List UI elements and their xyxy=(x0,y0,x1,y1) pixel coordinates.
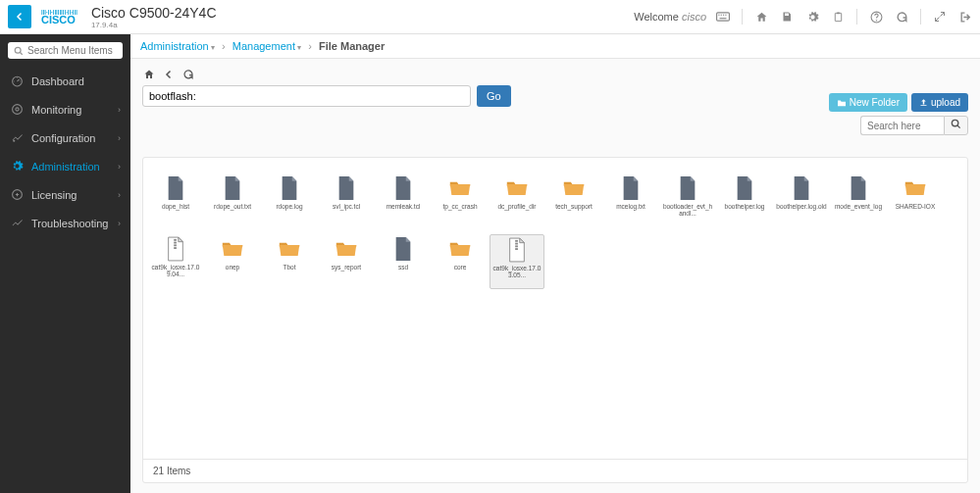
file-label: core xyxy=(454,264,467,271)
keyboard-icon[interactable] xyxy=(716,10,730,24)
sidebar-item-monitoring[interactable]: Monitoring› xyxy=(0,95,130,123)
file-manager: Go New Folder upload xyxy=(130,59,980,493)
svg-rect-23 xyxy=(515,245,518,247)
file-label: onep xyxy=(226,264,239,271)
folder-icon xyxy=(335,236,357,262)
document-icon xyxy=(791,175,812,201)
document-icon xyxy=(677,175,698,201)
file-item[interactable]: ssd xyxy=(376,234,431,289)
logout-icon[interactable] xyxy=(958,10,972,24)
folder-icon xyxy=(449,175,471,201)
folder-item[interactable]: core xyxy=(433,234,488,289)
sidebar-item-label: Administration xyxy=(31,161,100,173)
clipboard-icon[interactable] xyxy=(831,10,845,24)
folder-item[interactable]: dc_profile_dir xyxy=(490,173,544,228)
upload-button[interactable]: upload xyxy=(911,93,968,112)
file-search-input[interactable] xyxy=(860,116,944,135)
sidebar-icon xyxy=(10,74,24,87)
go-button[interactable]: Go xyxy=(477,85,511,107)
home-icon[interactable] xyxy=(754,10,768,24)
sidebar-item-administration[interactable]: Administration› xyxy=(0,152,130,180)
fm-home-icon[interactable] xyxy=(142,69,156,80)
file-label: boothelper.log xyxy=(725,203,765,210)
new-folder-button[interactable]: New Folder xyxy=(829,93,907,112)
file-panel: dope_histrdope_out.txtrdope.logsvl_ipc.t… xyxy=(142,157,968,483)
file-label: dope_hist xyxy=(162,203,189,210)
sidebar-icon xyxy=(10,160,24,173)
path-input[interactable] xyxy=(142,85,471,107)
file-label: rdope.log xyxy=(276,203,302,210)
file-item[interactable]: rdope_out.txt xyxy=(205,173,260,228)
file-item[interactable]: svl_ipc.tcl xyxy=(319,173,374,228)
svg-point-10 xyxy=(15,47,21,53)
file-item[interactable]: bootloader_evt_handl... xyxy=(660,173,715,228)
svg-rect-7 xyxy=(837,12,840,14)
file-label: Tbot xyxy=(283,264,295,271)
svg-point-12 xyxy=(12,105,22,115)
svg-rect-20 xyxy=(174,247,177,249)
breadcrumb-administration[interactable]: Administration xyxy=(140,40,209,52)
archive-icon xyxy=(506,237,528,263)
refresh-icon[interactable] xyxy=(895,10,908,24)
back-button[interactable] xyxy=(8,5,31,28)
save-icon[interactable] xyxy=(780,10,794,24)
archive-icon xyxy=(165,236,186,262)
expand-icon[interactable] xyxy=(933,10,947,24)
document-icon xyxy=(392,236,414,262)
svg-rect-21 xyxy=(515,240,518,242)
search-icon xyxy=(14,46,24,56)
folder-item[interactable]: onep xyxy=(205,234,260,289)
file-item[interactable]: boothelper.log xyxy=(717,173,772,228)
sidebar-item-licensing[interactable]: Licensing› xyxy=(0,180,130,209)
file-label: svl_ipc.tcl xyxy=(333,203,360,210)
file-item[interactable]: dope_hist xyxy=(148,173,203,228)
file-item[interactable]: mcelog.txt xyxy=(603,173,658,228)
file-label: memleak.tcl xyxy=(387,203,421,210)
folder-item[interactable]: Tbot xyxy=(262,234,317,289)
folder-item[interactable]: SHARED-IOX xyxy=(888,173,943,228)
sidebar-item-configuration[interactable]: Configuration› xyxy=(0,123,130,152)
sidebar-item-troubleshooting[interactable]: Troubleshooting› xyxy=(0,209,130,237)
svg-rect-6 xyxy=(835,13,841,21)
sidebar-search xyxy=(0,34,130,67)
breadcrumb-current: File Manager xyxy=(319,40,385,52)
device-version: 17.9.4a xyxy=(91,21,217,29)
chevron-right-icon: › xyxy=(118,190,121,200)
breadcrumb-management[interactable]: Management xyxy=(232,40,295,52)
file-item[interactable]: memleak.tcl xyxy=(376,173,431,228)
file-label: boothelper.log.old xyxy=(776,203,826,210)
folder-item[interactable]: tech_support xyxy=(546,173,601,228)
sidebar-search-input[interactable] xyxy=(27,45,116,56)
file-item[interactable]: mode_event_log xyxy=(831,173,886,228)
cisco-logo: |||·||·||||||||·||·||| CISCO xyxy=(41,9,77,25)
file-item[interactable]: cat9k_iosxe.17.09.04... xyxy=(148,234,203,289)
file-label: tech_support xyxy=(555,203,593,210)
file-footer: 21 Items xyxy=(143,459,967,482)
file-item[interactable]: rdope.log xyxy=(262,173,317,228)
sidebar-item-dashboard[interactable]: Dashboard xyxy=(0,67,130,95)
file-item[interactable]: boothelper.log.old xyxy=(774,173,829,228)
file-label: SHARED-IOX xyxy=(896,203,935,210)
sidebar-item-label: Licensing xyxy=(31,189,77,201)
content-area: Administration ▾ › Management ▾ › File M… xyxy=(130,34,980,493)
file-item[interactable]: cat9k_iosxe.17.03.05... xyxy=(490,234,544,289)
document-icon xyxy=(335,175,357,201)
document-icon xyxy=(392,175,414,201)
file-label: rdope_out.txt xyxy=(214,203,251,210)
welcome-text: Welcome cisco xyxy=(634,11,706,23)
help-icon[interactable] xyxy=(869,10,883,24)
file-label: mcelog.txt xyxy=(616,203,645,210)
svg-rect-5 xyxy=(720,18,727,19)
folder-icon xyxy=(222,236,243,262)
file-search-button[interactable] xyxy=(944,116,968,135)
chevron-right-icon: › xyxy=(118,162,121,172)
folder-icon xyxy=(506,175,528,201)
fm-back-icon[interactable] xyxy=(162,69,176,80)
folder-item[interactable]: tp_cc_crash xyxy=(433,173,488,228)
fm-refresh-icon[interactable] xyxy=(181,69,195,80)
svg-rect-19 xyxy=(174,244,177,246)
folder-item[interactable]: sys_report xyxy=(319,234,374,289)
gear-icon[interactable] xyxy=(805,10,819,24)
svg-rect-22 xyxy=(515,243,518,245)
svg-rect-17 xyxy=(174,239,177,241)
